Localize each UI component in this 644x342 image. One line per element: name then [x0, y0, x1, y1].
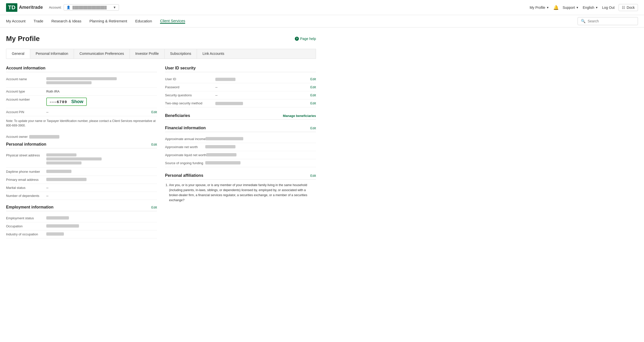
employment-info-edit-link[interactable]: Edit	[151, 205, 157, 209]
net-worth-label: Approximate net worth	[165, 145, 205, 149]
industry-value	[46, 232, 64, 236]
td-logo: TD	[6, 3, 17, 12]
password-label: Password	[165, 85, 215, 89]
account-label: Account:	[49, 6, 62, 9]
bell-icon[interactable]: 🔔	[553, 5, 559, 10]
user-id-value	[215, 77, 310, 81]
liquid-net-worth-row: Approximate liquid net worth	[165, 151, 316, 159]
user-id-edit-link[interactable]: Edit	[310, 77, 316, 81]
account-pin-value: --	[46, 110, 151, 114]
account-name-value	[46, 77, 157, 85]
physical-address-value	[46, 153, 157, 165]
employment-information-section: Employment information Edit Employment s…	[6, 205, 157, 238]
personal-affiliations-title: Personal affiliations	[165, 173, 203, 178]
nav-research[interactable]: Research & Ideas	[51, 19, 81, 24]
tab-investor-profile[interactable]: Investor Profile	[130, 49, 165, 59]
annual-income-value	[206, 137, 243, 140]
funding-source-value	[205, 161, 240, 164]
user-id-security-header: User ID security	[165, 66, 316, 72]
email-label: Primary email address	[6, 178, 46, 182]
financial-info-title: Financial information	[165, 126, 206, 130]
page-title: My Profile	[6, 35, 40, 43]
affiliation-item-1: Are you, or is your spouse, or is any me…	[169, 183, 316, 203]
search-input[interactable]	[588, 19, 635, 23]
password-row: Password -- Edit	[165, 83, 316, 91]
search-icon: 🔍	[581, 19, 586, 23]
personal-info-edit-link[interactable]: Edit	[151, 143, 157, 146]
funding-source-row: Source of ongoing funding	[165, 159, 316, 167]
personal-info-title: Personal information	[6, 142, 46, 147]
tabs-container: General Personal Information Communicati…	[6, 49, 316, 59]
show-account-number-button[interactable]: Show	[71, 99, 83, 104]
annual-income-row: Approximate annual income	[165, 135, 316, 143]
employment-info-title: Employment information	[6, 205, 53, 209]
account-type-row: Account type Roth IRA	[6, 88, 157, 96]
two-step-edit-link[interactable]: Edit	[310, 101, 316, 105]
nav-my-account[interactable]: My Account	[6, 19, 26, 24]
nav-planning[interactable]: Planning & Retirement	[89, 19, 127, 24]
page-help-button[interactable]: ? Page help	[295, 37, 316, 41]
tab-communication-preferences[interactable]: Communication Preferences	[74, 49, 130, 59]
manage-beneficiaries-link[interactable]: Manage beneficiaries	[283, 114, 316, 118]
logout-button[interactable]: Log Out	[602, 6, 615, 10]
two-step-row: Two-step security method Edit	[165, 99, 316, 107]
language-button[interactable]: English ▼	[583, 6, 598, 10]
logo-area: TD Ameritrade	[6, 3, 43, 12]
person-icon: 👤	[66, 6, 70, 9]
financial-info-edit-link[interactable]: Edit	[310, 126, 316, 130]
user-id-row: User ID Edit	[165, 75, 316, 83]
account-pin-label: Account PIN	[6, 110, 46, 114]
account-owner-row: Account owner	[6, 135, 157, 139]
beneficiaries-header: Beneficiaries Manage beneficiaries	[165, 113, 316, 120]
account-selector-value: ████████████████	[72, 6, 107, 9]
dock-button[interactable]: ☷ Dock	[619, 4, 638, 11]
occupation-label: Occupation	[6, 224, 46, 228]
personal-info-header: Personal information Edit	[6, 142, 157, 148]
account-selector[interactable]: 👤 ████████████████ ▼	[64, 4, 119, 11]
main-two-col: Account information Account name Account…	[6, 66, 316, 243]
account-name-label: Account name	[6, 77, 46, 81]
password-value: --	[215, 85, 310, 89]
nav-client-services[interactable]: Client Services	[160, 19, 185, 24]
email-row: Primary email address	[6, 176, 157, 184]
net-worth-row: Approximate net worth	[165, 143, 316, 151]
security-questions-label: Security questions	[165, 93, 215, 97]
liquid-net-worth-label: Approximate liquid net worth	[165, 153, 206, 157]
two-step-value	[215, 101, 310, 105]
my-profile-button[interactable]: My Profile ▼	[530, 6, 549, 10]
security-questions-edit-link[interactable]: Edit	[310, 93, 316, 97]
occupation-row: Occupation	[6, 222, 157, 230]
account-number-row: Account number ----6789 Show	[6, 96, 157, 108]
personal-affiliations-edit-link[interactable]: Edit	[310, 174, 316, 178]
chevron-down-icon: ▼	[576, 6, 579, 9]
marital-status-row: Marital status --	[6, 184, 157, 192]
account-info-note: Note: To update your name or Taxpayer Id…	[6, 119, 157, 130]
industry-row: Industry of occupation	[6, 230, 157, 238]
email-value	[46, 178, 87, 181]
page-header: My Profile ? Page help	[6, 35, 316, 43]
physical-address-label: Physical street address	[6, 153, 46, 157]
account-type-value: Roth IRA	[46, 90, 157, 93]
page-help-label: Page help	[300, 37, 316, 41]
account-pin-edit-link[interactable]: Edit	[151, 110, 157, 114]
tab-personal-information[interactable]: Personal Information	[30, 49, 74, 59]
tab-link-accounts[interactable]: Link Accounts	[197, 49, 230, 59]
dependents-row: Number of dependents --	[6, 192, 157, 200]
phone-value	[46, 170, 71, 173]
nav-trade[interactable]: Trade	[34, 19, 44, 24]
affiliations-content: Are you, or is your spouse, or is any me…	[165, 183, 316, 203]
annual-income-label: Approximate annual income	[165, 137, 206, 141]
account-owner-label: Account owner	[6, 135, 28, 139]
dependents-value: --	[46, 194, 157, 198]
brand-name: Ameritrade	[19, 5, 43, 10]
account-owner-name	[29, 135, 59, 139]
chevron-down-icon: ▼	[595, 6, 598, 9]
account-info-title: Account information	[6, 66, 45, 70]
support-button[interactable]: Support ▼	[563, 6, 579, 10]
tab-general[interactable]: General	[6, 49, 30, 59]
left-column: Account information Account name Account…	[6, 66, 157, 243]
dock-icon: ☷	[622, 6, 625, 10]
nav-education[interactable]: Education	[135, 19, 152, 24]
password-edit-link[interactable]: Edit	[310, 85, 316, 89]
tab-subscriptions[interactable]: Subscriptions	[165, 49, 197, 59]
